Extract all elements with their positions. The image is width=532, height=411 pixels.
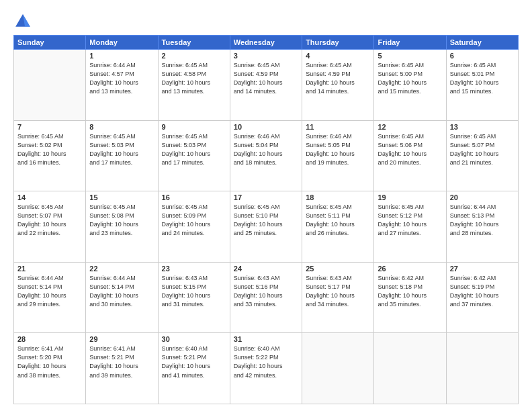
calendar-cell: 10Sunrise: 6:46 AMSunset: 5:04 PMDayligh…	[230, 120, 302, 191]
calendar-cell: 9Sunrise: 6:45 AMSunset: 5:03 PMDaylight…	[158, 120, 230, 191]
day-number: 14	[17, 193, 82, 201]
calendar-cell: 18Sunrise: 6:45 AMSunset: 5:11 PMDayligh…	[302, 191, 374, 263]
day-info: Sunrise: 6:40 AMSunset: 5:21 PMDaylight:…	[162, 345, 226, 379]
day-number: 11	[306, 123, 370, 131]
calendar-cell: 31Sunrise: 6:40 AMSunset: 5:22 PMDayligh…	[230, 333, 302, 404]
calendar-cell: 4Sunrise: 6:45 AMSunset: 4:59 PMDaylight…	[302, 50, 374, 121]
day-info: Sunrise: 6:45 AMSunset: 5:08 PMDaylight:…	[89, 203, 154, 238]
day-number: 8	[89, 123, 154, 131]
day-number: 30	[162, 335, 226, 343]
calendar-cell: 20Sunrise: 6:44 AMSunset: 5:13 PMDayligh…	[446, 191, 518, 263]
day-info: Sunrise: 6:45 AMSunset: 5:01 PMDaylight:…	[450, 61, 515, 96]
logo-icon	[13, 12, 32, 31]
day-number: 24	[234, 265, 298, 273]
day-info: Sunrise: 6:44 AMSunset: 5:14 PMDaylight:…	[89, 274, 154, 309]
calendar-header-wednesday: Wednesday	[230, 36, 302, 50]
day-number: 27	[450, 265, 515, 273]
calendar-cell: 27Sunrise: 6:42 AMSunset: 5:19 PMDayligh…	[446, 262, 518, 333]
day-info: Sunrise: 6:44 AMSunset: 4:57 PMDaylight:…	[89, 61, 154, 96]
calendar-cell: 23Sunrise: 6:43 AMSunset: 5:15 PMDayligh…	[158, 262, 230, 333]
day-info: Sunrise: 6:45 AMSunset: 5:03 PMDaylight:…	[89, 132, 154, 167]
day-info: Sunrise: 6:41 AMSunset: 5:21 PMDaylight:…	[89, 345, 154, 379]
day-number: 22	[89, 265, 154, 273]
day-info: Sunrise: 6:45 AMSunset: 5:10 PMDaylight:…	[234, 203, 298, 238]
calendar-cell	[14, 50, 86, 121]
calendar-cell: 6Sunrise: 6:45 AMSunset: 5:01 PMDaylight…	[446, 50, 518, 121]
calendar-header-thursday: Thursday	[302, 36, 374, 50]
calendar-cell: 22Sunrise: 6:44 AMSunset: 5:14 PMDayligh…	[86, 262, 158, 333]
day-info: Sunrise: 6:45 AMSunset: 5:03 PMDaylight:…	[162, 132, 226, 167]
day-info: Sunrise: 6:40 AMSunset: 5:22 PMDaylight:…	[234, 345, 298, 379]
day-info: Sunrise: 6:45 AMSunset: 5:09 PMDaylight:…	[162, 203, 226, 238]
calendar-cell: 8Sunrise: 6:45 AMSunset: 5:03 PMDaylight…	[86, 120, 158, 191]
day-info: Sunrise: 6:45 AMSunset: 4:59 PMDaylight:…	[306, 61, 370, 96]
day-info: Sunrise: 6:44 AMSunset: 5:13 PMDaylight:…	[450, 203, 515, 238]
calendar-cell: 28Sunrise: 6:41 AMSunset: 5:20 PMDayligh…	[14, 333, 86, 404]
day-number: 10	[234, 123, 298, 131]
calendar-cell: 30Sunrise: 6:40 AMSunset: 5:21 PMDayligh…	[158, 333, 230, 404]
calendar-cell	[446, 333, 518, 404]
calendar-table: SundayMondayTuesdayWednesdayThursdayFrid…	[13, 35, 519, 404]
day-info: Sunrise: 6:45 AMSunset: 5:06 PMDaylight:…	[378, 132, 442, 167]
day-number: 18	[306, 193, 370, 201]
day-info: Sunrise: 6:42 AMSunset: 5:18 PMDaylight:…	[378, 274, 442, 309]
calendar-cell: 11Sunrise: 6:46 AMSunset: 5:05 PMDayligh…	[302, 120, 374, 191]
day-info: Sunrise: 6:45 AMSunset: 5:02 PMDaylight:…	[17, 132, 82, 167]
day-number: 9	[162, 123, 226, 131]
calendar-header-monday: Monday	[86, 36, 158, 50]
day-info: Sunrise: 6:41 AMSunset: 5:20 PMDaylight:…	[17, 345, 82, 379]
calendar-cell: 17Sunrise: 6:45 AMSunset: 5:10 PMDayligh…	[230, 191, 302, 263]
calendar-cell: 7Sunrise: 6:45 AMSunset: 5:02 PMDaylight…	[14, 120, 86, 191]
calendar-week-1: 1Sunrise: 6:44 AMSunset: 4:57 PMDaylight…	[14, 50, 519, 121]
calendar-cell	[374, 333, 446, 404]
day-number: 26	[378, 265, 442, 273]
day-info: Sunrise: 6:43 AMSunset: 5:17 PMDaylight:…	[306, 274, 370, 309]
day-number: 28	[17, 335, 82, 343]
calendar-header-sunday: Sunday	[14, 36, 86, 50]
day-number: 5	[378, 52, 442, 60]
calendar-header-saturday: Saturday	[446, 36, 518, 50]
day-number: 31	[234, 335, 298, 343]
calendar-cell: 19Sunrise: 6:45 AMSunset: 5:12 PMDayligh…	[374, 191, 446, 263]
calendar-cell: 2Sunrise: 6:45 AMSunset: 4:58 PMDaylight…	[158, 50, 230, 121]
day-info: Sunrise: 6:45 AMSunset: 4:58 PMDaylight:…	[162, 61, 226, 96]
day-number: 29	[89, 335, 154, 343]
day-info: Sunrise: 6:45 AMSunset: 5:12 PMDaylight:…	[378, 203, 442, 238]
calendar-cell: 14Sunrise: 6:45 AMSunset: 5:07 PMDayligh…	[14, 191, 86, 263]
calendar-cell: 26Sunrise: 6:42 AMSunset: 5:18 PMDayligh…	[374, 262, 446, 333]
day-number: 16	[162, 193, 226, 201]
day-number: 25	[306, 265, 370, 273]
calendar-cell: 15Sunrise: 6:45 AMSunset: 5:08 PMDayligh…	[86, 191, 158, 263]
calendar-cell: 12Sunrise: 6:45 AMSunset: 5:06 PMDayligh…	[374, 120, 446, 191]
day-info: Sunrise: 6:45 AMSunset: 5:11 PMDaylight:…	[306, 203, 370, 238]
day-number: 19	[378, 193, 442, 201]
calendar-cell	[302, 333, 374, 404]
day-number: 3	[234, 52, 298, 60]
calendar-week-3: 14Sunrise: 6:45 AMSunset: 5:07 PMDayligh…	[14, 191, 519, 263]
day-info: Sunrise: 6:42 AMSunset: 5:19 PMDaylight:…	[450, 274, 515, 309]
day-info: Sunrise: 6:45 AMSunset: 4:59 PMDaylight:…	[234, 61, 298, 96]
calendar-header-friday: Friday	[374, 36, 446, 50]
day-info: Sunrise: 6:45 AMSunset: 5:07 PMDaylight:…	[450, 132, 515, 167]
calendar-week-4: 21Sunrise: 6:44 AMSunset: 5:14 PMDayligh…	[14, 262, 519, 333]
calendar-cell: 24Sunrise: 6:43 AMSunset: 5:16 PMDayligh…	[230, 262, 302, 333]
day-number: 17	[234, 193, 298, 201]
day-number: 1	[89, 52, 154, 60]
day-info: Sunrise: 6:45 AMSunset: 5:00 PMDaylight:…	[378, 61, 442, 96]
day-info: Sunrise: 6:45 AMSunset: 5:07 PMDaylight:…	[17, 203, 82, 238]
day-info: Sunrise: 6:46 AMSunset: 5:05 PMDaylight:…	[306, 132, 370, 167]
day-number: 20	[450, 193, 515, 201]
day-number: 21	[17, 265, 82, 273]
day-info: Sunrise: 6:46 AMSunset: 5:04 PMDaylight:…	[234, 132, 298, 167]
calendar-week-5: 28Sunrise: 6:41 AMSunset: 5:20 PMDayligh…	[14, 333, 519, 404]
day-number: 13	[450, 123, 515, 131]
day-number: 2	[162, 52, 226, 60]
calendar-cell: 16Sunrise: 6:45 AMSunset: 5:09 PMDayligh…	[158, 191, 230, 263]
calendar-cell: 5Sunrise: 6:45 AMSunset: 5:00 PMDaylight…	[374, 50, 446, 121]
calendar-cell: 25Sunrise: 6:43 AMSunset: 5:17 PMDayligh…	[302, 262, 374, 333]
calendar-cell: 29Sunrise: 6:41 AMSunset: 5:21 PMDayligh…	[86, 333, 158, 404]
day-number: 15	[89, 193, 154, 201]
calendar-header-tuesday: Tuesday	[158, 36, 230, 50]
calendar-week-2: 7Sunrise: 6:45 AMSunset: 5:02 PMDaylight…	[14, 120, 519, 191]
day-number: 7	[17, 123, 82, 131]
